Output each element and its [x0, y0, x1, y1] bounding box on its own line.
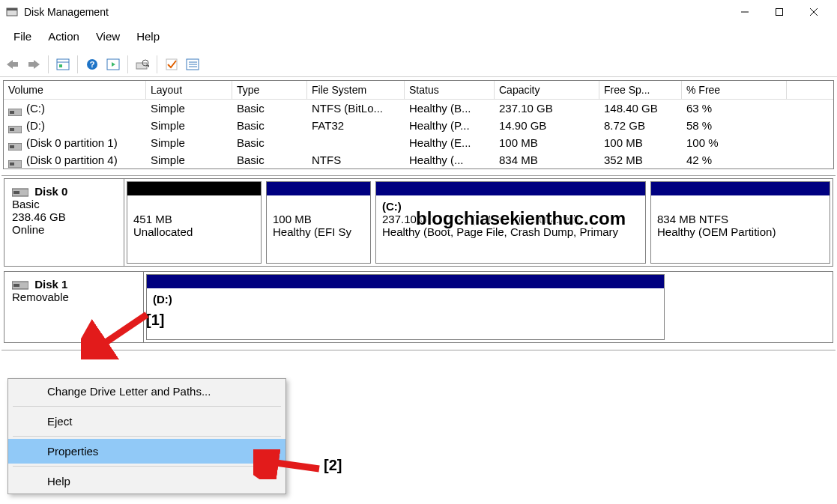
- volume-row[interactable]: (D:)SimpleBasicFAT32Healthy (P...14.90 G…: [4, 117, 833, 134]
- svg-rect-3: [776, 9, 783, 16]
- menu-action[interactable]: Action: [40, 28, 87, 44]
- disk-status: Online: [12, 223, 44, 236]
- col-free[interactable]: Free Sp...: [599, 81, 682, 99]
- svg-rect-34: [13, 191, 19, 194]
- disk-size: 238.46 GB: [12, 210, 66, 223]
- col-layout[interactable]: Layout: [146, 81, 232, 99]
- volume-name: (D:): [26, 119, 45, 132]
- ctx-eject[interactable]: Eject: [8, 409, 285, 434]
- minimize-button[interactable]: [728, 1, 762, 23]
- menubar: File Action View Help: [0, 24, 837, 52]
- ctx-separator: [13, 406, 281, 407]
- disk-name: Disk 1: [34, 278, 67, 291]
- forward-button[interactable]: [24, 55, 43, 74]
- check-icon[interactable]: [162, 55, 181, 74]
- svg-rect-30: [10, 145, 14, 148]
- volume-icon: [8, 157, 22, 165]
- ctx-help[interactable]: Help: [8, 469, 285, 494]
- arrow-2: [253, 449, 328, 479]
- volume-fs: NTFS: [307, 151, 405, 168]
- disk-info-0[interactable]: Disk 0 Basic 238.46 GB Online: [4, 179, 124, 266]
- volume-capacity: 237.10 GB: [495, 100, 599, 117]
- partition-d[interactable]: (D:): [146, 274, 665, 340]
- toolbar: ?: [0, 52, 837, 77]
- back-button[interactable]: [3, 55, 22, 74]
- volume-status: Healthy (P...: [405, 117, 495, 134]
- col-filesystem[interactable]: File System: [307, 81, 405, 99]
- volume-type: Basic: [232, 117, 307, 134]
- volume-type: Basic: [232, 134, 307, 151]
- menu-file[interactable]: File: [6, 28, 39, 44]
- volume-layout: Simple: [146, 100, 232, 117]
- maximize-button[interactable]: [762, 1, 797, 23]
- col-capacity[interactable]: Capacity: [495, 81, 599, 99]
- settings-icon[interactable]: [53, 55, 73, 74]
- volume-layout: Simple: [146, 134, 232, 151]
- partition-stripe: [267, 182, 370, 195]
- partition-stripe: [651, 182, 830, 195]
- col-pct-free[interactable]: % Free: [682, 81, 787, 99]
- ctx-separator: [13, 436, 281, 437]
- partition-label: (C:): [382, 200, 402, 213]
- col-type[interactable]: Type: [232, 81, 307, 99]
- volume-icon: [8, 106, 22, 113]
- svg-marker-6: [7, 60, 13, 69]
- ctx-separator: [13, 466, 281, 467]
- ctx-properties[interactable]: Properties: [8, 439, 285, 464]
- volume-capacity: 14.90 GB: [495, 117, 599, 134]
- partition-stripe: [376, 182, 645, 195]
- list-icon[interactable]: [183, 55, 202, 74]
- volume-list: Volume Layout Type File System Status Ca…: [3, 80, 834, 169]
- volume-row[interactable]: (C:)SimpleBasicNTFS (BitLo...Healthy (B.…: [4, 100, 833, 117]
- svg-marker-8: [34, 60, 40, 69]
- volume-type: Basic: [232, 100, 307, 117]
- volume-free: 352 MB: [599, 151, 682, 168]
- svg-rect-7: [13, 62, 18, 67]
- context-menu: Change Drive Letter and Paths... Eject P…: [7, 378, 286, 494]
- svg-marker-16: [112, 62, 115, 67]
- ctx-change-drive-letter[interactable]: Change Drive Letter and Paths...: [8, 379, 285, 404]
- disk-type: Basic: [12, 198, 40, 210]
- volume-free: 148.40 GB: [599, 100, 682, 117]
- partition-stripe: [127, 182, 261, 195]
- col-status[interactable]: Status: [405, 81, 495, 99]
- volume-fs: NTFS (BitLo...: [307, 100, 405, 117]
- disk-icon: [12, 280, 28, 291]
- volume-pct: 58 %: [682, 117, 787, 134]
- volume-pct: 100 %: [682, 134, 787, 151]
- svg-line-38: [96, 315, 147, 349]
- partition-oem[interactable]: 834 MB NTFSHealthy (OEM Partition): [650, 181, 830, 264]
- partition-status: Unallocated: [133, 225, 193, 238]
- partition-unallocated[interactable]: 451 MBUnallocated: [127, 181, 262, 264]
- volume-list-header: Volume Layout Type File System Status Ca…: [4, 81, 833, 100]
- titlebar: Disk Management: [0, 0, 837, 24]
- partition-efi[interactable]: 100 MBHealthy (EFI Sy: [266, 181, 371, 264]
- svg-rect-9: [28, 62, 34, 67]
- watermark-text: blogchiasekienthuc.com: [416, 208, 626, 229]
- partition-size: 100 MB: [273, 213, 312, 225]
- menu-view[interactable]: View: [88, 28, 127, 44]
- volume-layout: Simple: [146, 117, 232, 134]
- help-icon[interactable]: ?: [82, 55, 102, 74]
- col-volume[interactable]: Volume: [4, 81, 146, 99]
- window-title: Disk Management: [24, 6, 109, 18]
- svg-rect-36: [13, 284, 19, 287]
- refresh-icon[interactable]: [103, 55, 123, 74]
- partition-size: 834 MB NTFS: [657, 213, 728, 225]
- volume-capacity: 100 MB: [495, 134, 599, 151]
- volume-pct: 42 %: [682, 151, 787, 168]
- svg-text:?: ?: [90, 60, 95, 69]
- arrow-1: [81, 307, 156, 359]
- volume-name: (Disk 0 partition 1): [26, 136, 118, 149]
- volume-row[interactable]: (Disk 0 partition 1)SimpleBasicHealthy (…: [4, 134, 833, 151]
- scan-icon[interactable]: [133, 55, 152, 74]
- menu-help[interactable]: Help: [129, 28, 167, 44]
- partition-size: 451 MB: [133, 213, 172, 225]
- volume-capacity: 834 MB: [495, 151, 599, 168]
- close-button[interactable]: [797, 1, 831, 23]
- partition-stripe: [147, 275, 664, 288]
- volume-name: (Disk 0 partition 4): [26, 154, 118, 166]
- svg-rect-32: [10, 163, 14, 166]
- volume-layout: Simple: [146, 151, 232, 168]
- volume-row[interactable]: (Disk 0 partition 4)SimpleBasicNTFSHealt…: [4, 151, 833, 168]
